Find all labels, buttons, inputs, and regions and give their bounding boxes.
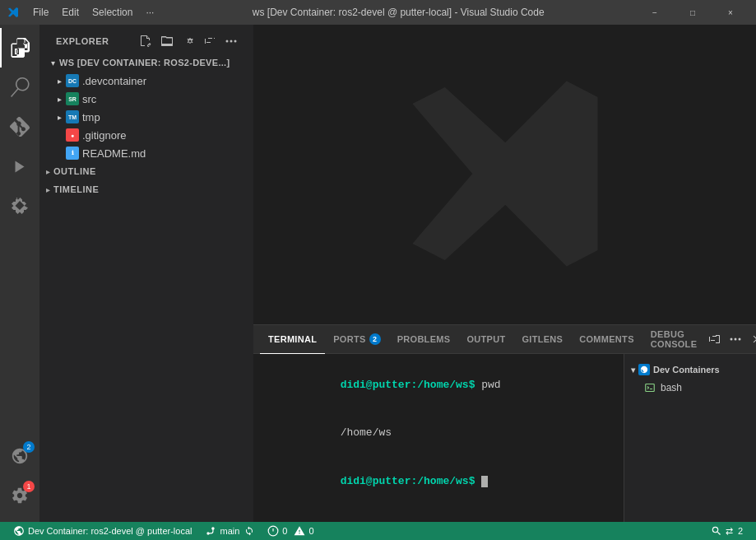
- status-remote-label: Dev Container: ros2-devel @ putter-local: [28, 526, 192, 536]
- tab-debug-console[interactable]: DEBUG CONSOLE: [642, 325, 706, 354]
- timeline-section[interactable]: ▸ TIMELINE: [39, 180, 253, 198]
- sidebar: Explorer: [39, 25, 253, 522]
- svg-point-4: [735, 338, 737, 341]
- status-remote[interactable]: Dev Container: ros2-devel @ putter-local: [7, 522, 198, 540]
- file-tree: ▾ WS [DEV CONTAINER: ROS2-DEVE...] ▸ DC …: [39, 54, 253, 522]
- activity-source-control[interactable]: [0, 107, 39, 147]
- outline-section[interactable]: ▸ OUTLINE: [39, 162, 253, 180]
- new-file-button[interactable]: [137, 32, 155, 50]
- src-icon: SR: [66, 92, 79, 105]
- panel: TERMINAL PORTS2 PROBLEMS OUTPUT GITLENS …: [253, 324, 756, 522]
- terminal-list: ▾ Dev Containers bash: [624, 354, 756, 522]
- settings-badge: 1: [23, 481, 35, 492]
- root-folder[interactable]: ▾ WS [DEV CONTAINER: ROS2-DEVE...]: [39, 54, 253, 72]
- tmp-arrow: ▸: [53, 110, 66, 123]
- activity-search[interactable]: [0, 68, 39, 107]
- menu-selection[interactable]: Selection: [86, 0, 139, 25]
- activity-settings[interactable]: 1: [0, 476, 39, 515]
- panel-actions: [705, 330, 756, 348]
- git-icon: [10, 117, 30, 137]
- status-ports-count: 2: [738, 526, 743, 536]
- terminal-bash[interactable]: bash: [624, 379, 756, 397]
- tab-problems[interactable]: PROBLEMS: [389, 325, 459, 354]
- branch-icon: [205, 525, 216, 537]
- sidebar-header: Explorer: [39, 25, 253, 54]
- tab-ports[interactable]: PORTS2: [325, 325, 388, 354]
- new-folder-button[interactable]: [158, 32, 176, 50]
- menu-more[interactable]: ···: [139, 0, 160, 25]
- folder-devcontainer[interactable]: ▸ DC .devcontainer: [39, 72, 253, 90]
- src-name: src: [82, 93, 96, 105]
- tmp-icon: TM: [66, 110, 79, 123]
- new-terminal-button[interactable]: [705, 330, 723, 348]
- terminal-line-2: didi@putter:/home/ws$: [263, 457, 614, 505]
- terminal-main[interactable]: didi@putter:/home/ws$ pwd /home/ws didi@…: [253, 354, 624, 522]
- panel-tabs: TERMINAL PORTS2 PROBLEMS OUTPUT GITLENS …: [253, 325, 756, 354]
- gitignore-name: .gitignore: [82, 129, 126, 142]
- menu-file[interactable]: File: [26, 0, 55, 25]
- minimize-button[interactable]: −: [636, 0, 674, 25]
- title-bar: File Edit Selection ··· ws [Dev Containe…: [0, 0, 756, 25]
- terminal-line-1: didi@putter:/home/ws$ pwd: [263, 361, 614, 409]
- svg-rect-6: [646, 384, 655, 392]
- folder-tmp[interactable]: ▸ TM tmp: [39, 108, 253, 126]
- files-icon: [11, 38, 30, 58]
- sync-icon: [244, 526, 254, 536]
- svg-point-3: [730, 338, 733, 341]
- maximize-button[interactable]: □: [674, 0, 712, 25]
- activity-run-debug[interactable]: [0, 147, 39, 186]
- tmp-name: tmp: [82, 111, 100, 123]
- close-button[interactable]: ×: [712, 0, 749, 25]
- menu-edit[interactable]: Edit: [55, 0, 86, 25]
- terminal-prompt-2: didi@putter:/home/ws$: [341, 475, 475, 487]
- status-branch[interactable]: main: [198, 522, 261, 540]
- svg-point-2: [234, 40, 237, 42]
- tab-terminal[interactable]: TERMINAL: [260, 325, 325, 354]
- window-controls: − □ ×: [636, 0, 749, 25]
- dev-containers-icon: [638, 364, 650, 375]
- gitignore-icon: ●: [66, 128, 79, 142]
- run-icon: [10, 156, 30, 176]
- window-title: ws [Dev Container: ros2-devel @ putter-l…: [167, 7, 629, 18]
- editor-area: TERMINAL PORTS2 PROBLEMS OUTPUT GITLENS …: [253, 25, 756, 522]
- tab-output[interactable]: OUTPUT: [458, 325, 513, 354]
- remote-status-icon: [13, 525, 25, 537]
- timeline-label: TIMELINE: [53, 184, 99, 194]
- menu-bar: File Edit Selection ···: [26, 0, 160, 25]
- svg-point-0: [226, 40, 229, 42]
- close-panel-button[interactable]: [748, 330, 756, 348]
- file-readme[interactable]: ▸ ℹ README.md: [39, 144, 253, 162]
- status-ports[interactable]: ⇄ 2: [704, 522, 749, 540]
- readme-name: README.md: [82, 147, 146, 160]
- activity-explorer[interactable]: [0, 28, 39, 68]
- activity-extensions[interactable]: [0, 186, 39, 226]
- refresh-explorer-button[interactable]: [179, 32, 197, 50]
- extensions-icon: [10, 196, 30, 216]
- status-error-count: 0: [282, 526, 287, 536]
- file-gitignore[interactable]: ▸ ● .gitignore: [39, 126, 253, 144]
- activity-remote-explorer[interactable]: 2: [0, 436, 39, 476]
- svg-point-5: [739, 338, 741, 341]
- folder-src[interactable]: ▸ SR src: [39, 90, 253, 108]
- terminal-prompt-1: didi@putter:/home/ws$: [341, 379, 475, 391]
- terminal-more-button[interactable]: [726, 330, 744, 348]
- timeline-arrow: ▸: [46, 185, 50, 194]
- collapse-all-button[interactable]: [201, 32, 219, 50]
- terminal-output-1: /home/ws: [263, 409, 614, 458]
- readme-icon: ℹ: [66, 147, 79, 160]
- root-folder-arrow: ▾: [46, 56, 59, 69]
- warning-icon: [294, 525, 305, 537]
- ports-icon: [711, 525, 722, 537]
- remote-badge: 2: [23, 441, 35, 453]
- terminal-cursor: [481, 476, 488, 487]
- devcontainer-name: .devcontainer: [82, 75, 146, 87]
- sidebar-title: Explorer: [56, 36, 109, 46]
- terminal-group-dev-containers[interactable]: ▾ Dev Containers: [624, 361, 756, 379]
- tab-gitlens[interactable]: GITLENS: [513, 325, 571, 354]
- more-actions-button[interactable]: [222, 32, 240, 50]
- tab-comments[interactable]: COMMENTS: [571, 325, 642, 354]
- status-errors[interactable]: 0 0: [261, 522, 320, 540]
- status-bar: Dev Container: ros2-devel @ putter-local…: [0, 522, 756, 540]
- terminal-command-2: [475, 475, 481, 487]
- main-layout: 2 1 Explorer: [0, 25, 756, 522]
